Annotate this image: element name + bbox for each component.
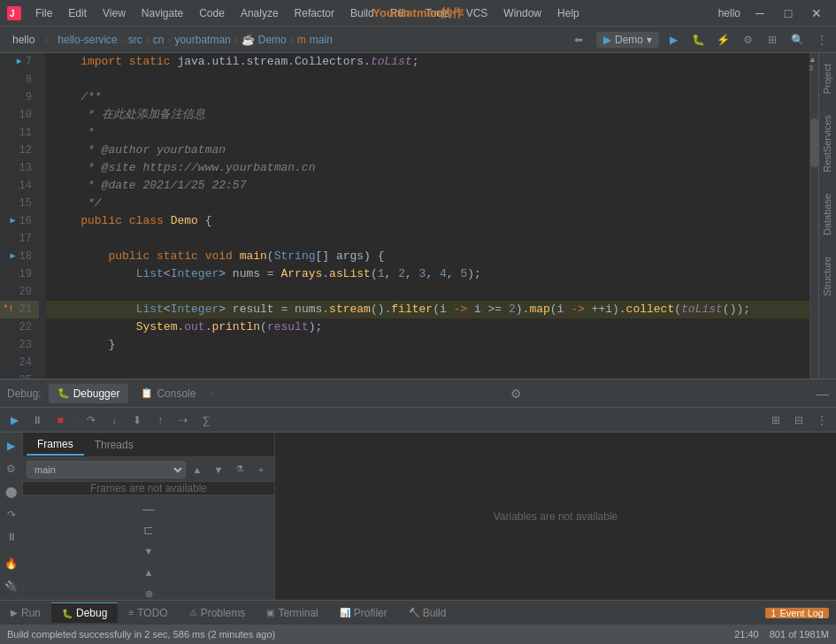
frames-down-button[interactable]: ▼	[209, 460, 228, 479]
menu-view[interactable]: View	[96, 5, 133, 21]
menu-help[interactable]: Help	[550, 5, 587, 21]
frames-filter-button[interactable]: ⚗	[230, 460, 249, 479]
divider-btn-3[interactable]: ▼	[139, 541, 158, 561]
divider-btn-5[interactable]: ⊗	[139, 584, 158, 600]
variables-placeholder: Variables are not available	[494, 510, 618, 523]
debug-icon-plugin[interactable]: 🔌	[2, 577, 21, 596]
maximize-button[interactable]: □	[776, 4, 801, 22]
expand-arrow-7[interactable]: ▶	[17, 53, 22, 71]
sidebar-database[interactable]: Database	[820, 183, 836, 246]
breadcrumb-cn[interactable]: cn	[153, 34, 165, 46]
breadcrumb-module[interactable]: hello-service	[58, 34, 117, 46]
layout-button[interactable]: ⊞	[762, 29, 783, 50]
debug-icon-step[interactable]: ↷	[2, 505, 21, 525]
expand-arrow-16[interactable]: ▶	[11, 212, 16, 230]
variables-layout-button[interactable]: ⊟	[788, 410, 809, 431]
statusbar: Build completed successfully in 2 sec, 5…	[0, 625, 836, 644]
menu-analyze[interactable]: Analyze	[234, 5, 286, 21]
gutter-16: ▶ 16	[0, 212, 39, 230]
divider-btn-2[interactable]: ⊏	[139, 520, 158, 540]
debug-tab-debugger[interactable]: 🐛 Debugger	[49, 384, 129, 403]
close-button[interactable]: ✕	[804, 4, 829, 22]
bottom-tab-debug[interactable]: 🐛 Debug	[51, 602, 118, 623]
code-line-15: */	[46, 195, 809, 212]
breadcrumb-src[interactable]: src	[128, 34, 142, 46]
divider-btn-4[interactable]: ▲	[139, 563, 158, 582]
minimize-button[interactable]: ─	[748, 4, 772, 22]
breadcrumb-main[interactable]: main	[310, 34, 333, 46]
status-right: 21:40 801 of 1981M	[734, 629, 829, 640]
debug-tab-close[interactable]: ×	[210, 388, 215, 398]
force-step-into-button[interactable]: ⬇	[127, 410, 148, 431]
tab-frames[interactable]: Frames	[27, 434, 84, 456]
resume-button[interactable]: ▶	[4, 410, 25, 431]
debug-icon-breakpoints[interactable]: ⬤	[2, 482, 21, 502]
code-line-9: /**	[46, 88, 809, 106]
breadcrumb-yourbatman[interactable]: yourbatman	[174, 34, 230, 46]
event-log-badge[interactable]: 1 Event Log	[765, 608, 829, 618]
scrollbar-thumb[interactable]	[810, 119, 818, 167]
menu-code[interactable]: Code	[192, 5, 232, 21]
gutter-12: 12	[0, 142, 39, 159]
bottom-tab-todo[interactable]: ≡ TODO	[118, 603, 178, 623]
tab-threads[interactable]: Threads	[84, 435, 144, 455]
code-line-11: *	[46, 124, 809, 142]
breadcrumb-method-icon: m	[297, 34, 306, 46]
problems-tab-icon: ⚠	[189, 608, 197, 617]
warning-count: ▲ 3	[809, 55, 817, 73]
divider-btn-1[interactable]: —	[139, 499, 158, 518]
frames-add-button[interactable]: +	[251, 460, 271, 479]
debug-icon-fire[interactable]: 🔥	[2, 554, 21, 573]
menu-file[interactable]: File	[28, 5, 59, 21]
tab-hello[interactable]: hello	[4, 30, 43, 50]
evaluate-button[interactable]: ∑	[196, 410, 217, 431]
run-button[interactable]: ▶	[663, 29, 684, 50]
menu-navigate[interactable]: Navigate	[134, 5, 190, 21]
nav-back-button[interactable]: ⬅	[568, 29, 589, 50]
sidebar-restservices[interactable]: RestServices	[820, 104, 836, 183]
debug-run-button[interactable]: 🐛	[687, 29, 709, 50]
sidebar-project[interactable]: Project	[820, 53, 836, 104]
menu-edit[interactable]: Edit	[61, 5, 94, 21]
step-out-button[interactable]: ↑	[150, 410, 171, 431]
gutter-19: 19	[0, 265, 39, 283]
debug-tab-console[interactable]: 📋 Console	[132, 384, 204, 403]
status-memory[interactable]: 801 of 1981M	[770, 629, 829, 640]
run-to-cursor-button[interactable]: ⇢	[173, 410, 194, 431]
status-time: 21:40	[734, 629, 759, 640]
debug-icon-run[interactable]: ▶	[2, 436, 21, 456]
search-button[interactable]: 🔍	[786, 29, 808, 50]
debug-icon-settings[interactable]: ⚙	[2, 459, 21, 479]
code-editor[interactable]: import static java.util.stream.Collector…	[46, 53, 809, 379]
coverage-button[interactable]: ⚡	[712, 29, 733, 50]
debug-icon-pause[interactable]: ⏸	[2, 527, 21, 547]
event-log-area: 1 Event Log	[765, 608, 829, 618]
frames-layout-button[interactable]: ⊞	[765, 410, 786, 431]
pause-button[interactable]: ⏸	[27, 410, 48, 431]
expand-arrow-18[interactable]: ▶	[11, 248, 16, 265]
stop-button[interactable]: ■	[50, 410, 71, 431]
menu-vcs[interactable]: VCS	[459, 5, 495, 21]
menu-window[interactable]: Window	[496, 5, 548, 21]
sidebar-structure[interactable]: Structure	[820, 246, 836, 307]
debug-settings-button[interactable]: ⚙	[510, 387, 522, 401]
frames-dropdown[interactable]: main	[27, 461, 186, 479]
frames-up-button[interactable]: ▲	[188, 460, 207, 479]
step-into-button[interactable]: ↓	[104, 410, 125, 431]
bottom-tab-profiler[interactable]: 📊 Profiler	[329, 603, 398, 623]
menu-refactor[interactable]: Refactor	[288, 5, 341, 21]
bottom-tab-terminal[interactable]: ▣ Terminal	[256, 603, 328, 623]
gutter-14: 14	[0, 177, 39, 195]
breadcrumb-demo[interactable]: Demo	[258, 34, 287, 46]
step-over-button[interactable]: ↷	[81, 410, 102, 431]
bottom-tab-build[interactable]: 🔨 Build	[398, 603, 457, 623]
bottom-tab-run[interactable]: ▶ Run	[0, 603, 51, 623]
debug-panel-minimize[interactable]: —	[817, 387, 829, 401]
run-configuration[interactable]: ▶ Demo ▾	[596, 32, 659, 48]
bottom-tab-problems[interactable]: ⚠ Problems	[179, 603, 257, 623]
more-button[interactable]: ⋮	[811, 29, 832, 50]
debug-header: Debug: 🐛 Debugger 📋 Console × ⚙ —	[0, 380, 836, 408]
debug-more-button[interactable]: ⋮	[811, 410, 832, 431]
settings-nav-button[interactable]: ⚙	[737, 29, 758, 50]
editor-scrollbar[interactable]: ▲ 3	[809, 53, 818, 379]
